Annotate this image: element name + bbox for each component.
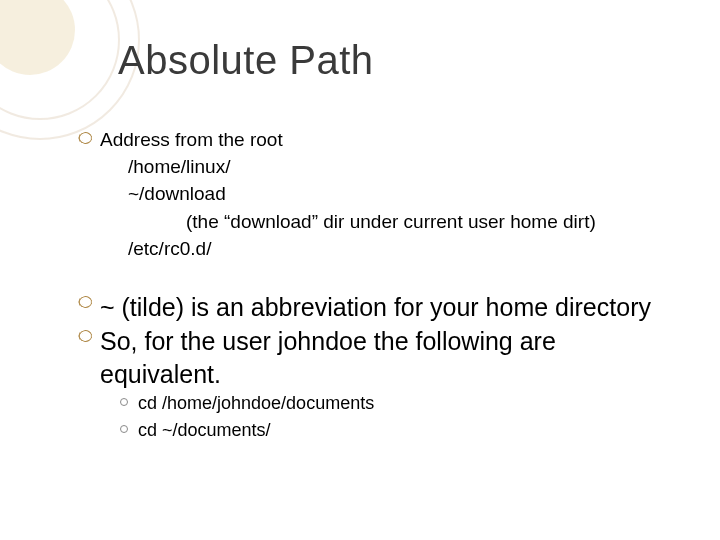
bullet-johndoe-cont: equivalent. — [100, 358, 660, 391]
hollow-circle-icon — [120, 425, 128, 433]
sub-bullet-text: cd /home/johndoe/documents — [138, 390, 374, 417]
bullet-address-root: Address from the root — [78, 127, 660, 153]
example-path-1: /home/linux/ — [128, 153, 660, 181]
bullet-johndoe: So, for the user johndoe the following a… — [78, 325, 660, 358]
example-path-2: ~/download — [128, 180, 660, 208]
slide-title: Absolute Path — [118, 38, 660, 83]
bullet-text: Address from the root — [100, 127, 283, 153]
sub-bullet-cd-full: cd /home/johndoe/documents — [120, 390, 660, 417]
sub-bullet-text: cd ~/documents/ — [138, 417, 271, 444]
swirl-bullet-icon — [78, 295, 92, 309]
example-path-2-note: (the “download” dir under current user h… — [186, 208, 660, 236]
sub-bullet-cd-tilde: cd ~/documents/ — [120, 417, 660, 444]
bullet-tilde: ~ (tilde) is an abbreviation for your ho… — [78, 291, 660, 324]
example-path-3: /etc/rc0.d/ — [128, 235, 660, 263]
hollow-circle-icon — [120, 398, 128, 406]
slide-content: Absolute Path Address from the root /hom… — [0, 0, 720, 444]
bullet-text: ~ (tilde) is an abbreviation for your ho… — [100, 291, 651, 324]
swirl-bullet-icon — [78, 131, 92, 145]
bullet-text: So, for the user johndoe the following a… — [100, 325, 556, 358]
swirl-bullet-icon — [78, 329, 92, 343]
